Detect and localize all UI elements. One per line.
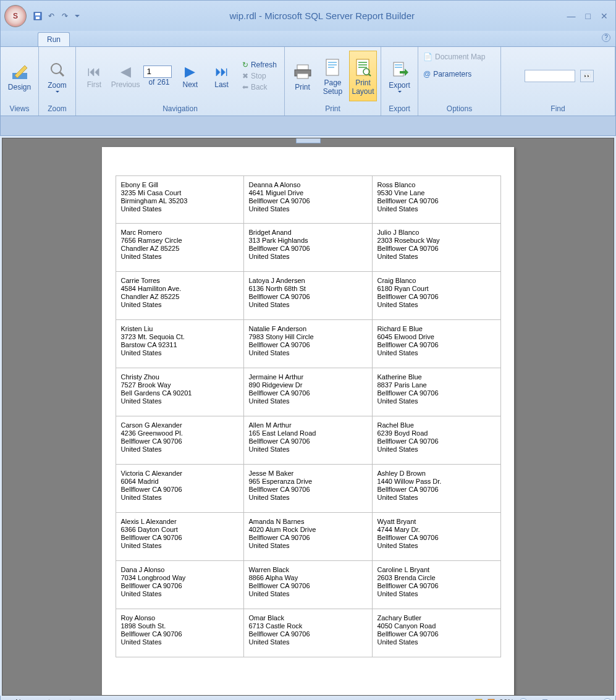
address-label: Bridget Anand313 Park HighlandsBellflowe…	[244, 224, 373, 272]
find-group-label: Find	[501, 104, 615, 116]
chevron-down-icon	[56, 91, 59, 93]
design-button[interactable]: Design	[4, 51, 35, 101]
find-button[interactable]: 👀	[580, 70, 594, 82]
find-input[interactable]	[525, 70, 575, 82]
label-column: Ross Blanco9530 Vine LaneBellflower CA 9…	[373, 175, 501, 657]
help-icon[interactable]: ?	[602, 33, 610, 42]
address-label: Ebony E Gill3235 Mi Casa CourtBirmingham…	[116, 175, 244, 224]
panel-gripper[interactable]	[296, 138, 321, 143]
address-label: Alexis L Alexander6366 Dayton CourtBellf…	[116, 513, 244, 561]
page-setup-icon	[325, 56, 341, 78]
parameters-button[interactable]: @Parameters	[422, 69, 473, 79]
print-layout-button[interactable]: Print Layout	[349, 51, 377, 101]
svg-point-4	[51, 64, 61, 74]
address-label: Victoria C Alexander6064 MadridBellflowe…	[116, 465, 244, 513]
refresh-icon: ↻	[242, 61, 248, 69]
address-label: Caroline L Bryant2603 Brenda CircleBellf…	[373, 561, 501, 609]
close-button[interactable]: ✕	[598, 10, 610, 22]
previous-page-button: ◀Previous	[111, 63, 140, 89]
zoom-button[interactable]: Zoom	[43, 51, 72, 101]
address-label: Dana J Alonso7034 Longbrood WayBellflowe…	[116, 561, 244, 609]
address-label: Marc Romero7656 Ramsey CircleChandler AZ…	[116, 224, 244, 272]
stop-icon: ✖	[242, 72, 248, 80]
address-label: Amanda N Barnes4020 Alum Rock DriveBellf…	[244, 513, 373, 561]
redo-icon[interactable]: ↷	[60, 11, 70, 21]
first-page-button: ⏮First	[80, 63, 109, 89]
label-column: Deanna A Alonso4641 Miguel DriveBellflow…	[244, 175, 373, 657]
svg-rect-1	[35, 13, 40, 15]
binoculars-icon: 👀	[584, 73, 591, 79]
address-label: Katherine Blue8837 Paris LaneBellflower …	[373, 368, 501, 416]
address-label: Carrie Torres4584 Hamiliton Ave.Chandler…	[116, 272, 244, 320]
label-column: Ebony E Gill3235 Mi Casa CourtBirmingham…	[116, 175, 244, 657]
document-map-icon: 📄	[423, 53, 432, 61]
address-label: Zachary Butler4050 Canyon RoadBellflower…	[373, 609, 501, 657]
print-icon	[293, 61, 312, 83]
design-icon	[10, 61, 30, 83]
next-page-button[interactable]: ▶Next	[175, 63, 205, 89]
address-label: Richard E Blue6045 Elwood DriveBellflowe…	[373, 320, 501, 368]
address-label: Julio J Blanco2303 Rosebuck WayBellflowe…	[373, 224, 501, 272]
undo-icon[interactable]: ↶	[46, 11, 56, 21]
svg-rect-10	[328, 62, 337, 63]
svg-rect-11	[328, 64, 337, 65]
export-button[interactable]: Export	[385, 51, 414, 101]
address-label: Roy Alonso1898 South St.Bellflower CA 90…	[116, 609, 244, 657]
print-group-label: Print	[285, 104, 381, 116]
address-label: Warren Black8866 Alpha WayBellflower CA …	[244, 561, 373, 609]
address-label: Latoya J Andersen6136 North 68th StBellf…	[244, 272, 373, 320]
address-label: Jermaine H Arthur890 Ridgeview DrBellflo…	[244, 368, 373, 416]
window-title: wip.rdl - Microsoft SQL Server Report Bu…	[80, 11, 565, 21]
options-group-label: Options	[418, 104, 500, 116]
address-label: Allen M Arthur165 East Leland RoadBellfl…	[244, 416, 373, 465]
maximize-button[interactable]: □	[583, 10, 593, 22]
svg-rect-16	[358, 67, 367, 68]
refresh-button[interactable]: ↻Refresh	[241, 60, 278, 70]
ribbon-tabs: Run ?	[0, 31, 616, 47]
last-page-button[interactable]: ⏭Last	[207, 63, 236, 89]
first-icon: ⏮	[87, 63, 101, 80]
address-label: Deanna A Alonso4641 Miguel DriveBellflow…	[244, 175, 373, 224]
address-label: Ashley D Brown1440 Willow Pass Dr.Bellfl…	[373, 465, 501, 513]
svg-line-18	[369, 74, 371, 76]
address-label: Omar Black6713 Castle RockBellflower CA …	[244, 609, 373, 657]
navigation-group-label: Navigation	[76, 104, 284, 116]
report-page: Ebony E Gill3235 Mi Casa CourtBirmingham…	[102, 147, 514, 695]
back-icon: ⬅	[242, 83, 248, 91]
svg-rect-15	[358, 64, 367, 65]
zoom-level: 96%	[499, 698, 514, 701]
title-bar: S ↶ ↷ wip.rdl - Microsoft SQL Server Rep…	[0, 0, 616, 31]
tab-run[interactable]: Run	[38, 32, 70, 46]
zoom-out-button[interactable]: −	[519, 698, 528, 701]
save-icon[interactable]	[33, 11, 43, 21]
parameters-icon: @	[423, 70, 431, 78]
status-icon-2[interactable]	[487, 698, 496, 701]
address-label: Jesse M Baker965 Esperanza DriveBellflow…	[244, 465, 373, 513]
previous-icon: ◀	[120, 63, 131, 80]
status-icon-1[interactable]	[475, 698, 483, 701]
views-group-label: Views	[1, 104, 38, 116]
next-icon: ▶	[185, 63, 195, 80]
qat-dropdown-icon[interactable]	[75, 15, 80, 17]
page-number-group: of261	[142, 65, 173, 86]
minimize-button[interactable]: —	[565, 10, 578, 22]
window-controls: — □ ✕	[565, 10, 610, 22]
print-button[interactable]: Print	[289, 51, 316, 101]
zoom-in-button[interactable]: +	[603, 698, 612, 701]
page-setup-button[interactable]: Page Setup	[319, 51, 347, 101]
address-label: Christy Zhou7527 Brook WayBell Gardens C…	[116, 368, 244, 416]
svg-rect-14	[358, 62, 367, 63]
status-bar: No current report server. 96% − +	[0, 696, 616, 700]
svg-rect-12	[328, 67, 334, 68]
app-menu-orb[interactable]: S	[4, 5, 27, 27]
chevron-down-icon	[398, 91, 402, 93]
svg-line-5	[60, 72, 64, 76]
back-button: ⬅Back	[241, 82, 278, 92]
current-page-input[interactable]	[143, 65, 172, 78]
report-viewer[interactable]: Ebony E Gill3235 Mi Casa CourtBirmingham…	[2, 138, 614, 696]
svg-rect-2	[36, 17, 40, 19]
export-group-label: Export	[381, 104, 418, 116]
svg-rect-20	[395, 64, 402, 65]
ribbon: Design Views Zoom Zoom ⏮First ◀Previous …	[0, 47, 616, 116]
stop-button: ✖Stop	[241, 71, 278, 81]
